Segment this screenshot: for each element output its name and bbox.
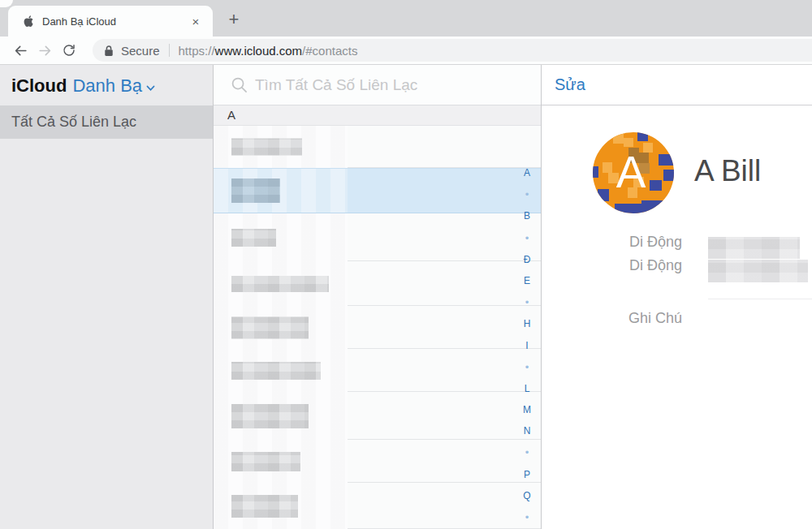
index-letter[interactable]: Q: [523, 491, 530, 501]
index-letter[interactable]: •: [525, 233, 529, 243]
url-host: www.icloud.com: [215, 44, 303, 58]
phone-label-2: Di Động: [593, 257, 682, 274]
contact-list-item[interactable]: [214, 126, 541, 168]
address-bar[interactable]: Secure https://www.icloud.com/#contacts: [93, 39, 812, 62]
detail-header: Sửa: [542, 65, 812, 105]
contact-list-item[interactable]: [214, 440, 541, 483]
phone-label-1: Di Động: [593, 234, 682, 251]
index-letter[interactable]: E: [524, 276, 530, 286]
alphabet-index: A•B•ĐE•HI•LMN•PQ•: [523, 168, 531, 523]
section-header-a: A: [214, 105, 541, 126]
index-letter[interactable]: A: [524, 168, 530, 178]
back-button[interactable]: [8, 38, 32, 62]
sidebar-item-all-contacts[interactable]: Tất Cả Số Liên Lạc: [0, 105, 213, 139]
index-letter[interactable]: •: [525, 447, 529, 458]
new-tab-button[interactable]: +: [222, 8, 245, 31]
index-letter[interactable]: •: [525, 512, 529, 523]
browser-toolbar: Secure https://www.icloud.com/#contacts: [0, 37, 812, 65]
search-input[interactable]: [255, 76, 541, 94]
tab-title: Danh Bạ iCloud: [42, 15, 187, 28]
browser-tab[interactable]: Danh Bạ iCloud ×: [8, 6, 213, 37]
security-label: Secure: [121, 44, 160, 58]
redacted-name-blur: [214, 213, 348, 261]
index-letter[interactable]: M: [523, 405, 531, 415]
index-letter[interactable]: •: [525, 189, 529, 200]
omnibox-divider: [169, 44, 170, 57]
page-content: iCloud Danh Bạ Tất Cả Số Liên Lạc A: [0, 65, 812, 529]
sidebar: iCloud Danh Bạ Tất Cả Số Liên Lạc: [0, 65, 214, 529]
app-switcher-label: Danh Bạ: [72, 75, 142, 97]
redacted-name-blur: [214, 440, 348, 483]
contact-list-item[interactable]: [214, 349, 541, 392]
contact-list-item[interactable]: [214, 483, 541, 529]
index-letter[interactable]: B: [524, 211, 530, 221]
apple-favicon-icon: [23, 15, 34, 28]
close-tab-button[interactable]: ×: [187, 12, 205, 30]
contact-list-item[interactable]: [214, 392, 541, 440]
redacted-phone-value-2: [708, 260, 808, 282]
redacted-name-blur: [214, 392, 348, 440]
index-letter[interactable]: Đ: [524, 255, 531, 264]
contact-detail-panel: Sửa: [542, 65, 812, 529]
field-divider: [708, 299, 812, 299]
notes-label: Ghi Chú: [593, 310, 682, 327]
index-letter[interactable]: •: [525, 297, 529, 308]
icloud-logo: iCloud: [11, 75, 67, 97]
index-letter[interactable]: H: [524, 319, 531, 329]
index-letter[interactable]: I: [525, 341, 528, 351]
contact-list-item[interactable]: [214, 213, 541, 261]
forward-button[interactable]: [32, 38, 57, 62]
lock-icon: [104, 45, 114, 57]
tab-bar: Danh Bạ iCloud × +: [0, 0, 812, 37]
app-switcher-menu[interactable]: Danh Bạ: [72, 75, 155, 97]
redacted-name-blur: [214, 483, 348, 529]
avatar-letter: A: [616, 147, 646, 197]
contact-list-item[interactable]: [214, 261, 541, 306]
redacted-name-blur: [214, 261, 348, 306]
redacted-name-blur: [214, 349, 348, 392]
contact-list-item[interactable]: [214, 306, 541, 349]
reload-button[interactable]: [57, 38, 81, 62]
index-letter[interactable]: •: [525, 362, 529, 372]
index-letter[interactable]: N: [524, 426, 531, 436]
search-icon: [231, 76, 248, 93]
url-scheme: https://: [179, 44, 215, 58]
search-bar: [214, 65, 541, 105]
sidebar-header: iCloud Danh Bạ: [0, 65, 213, 105]
contact-rows: [214, 126, 541, 529]
redacted-name-blur: [214, 306, 348, 349]
contact-name: A Bill: [694, 154, 761, 188]
redacted-name-blur: [214, 169, 348, 213]
forward-arrow-icon: [37, 43, 53, 58]
detail-body: A A Bill Di Động Di Động Ghi Chú: [542, 105, 812, 529]
back-arrow-icon: [13, 43, 28, 58]
redacted-name-blur: [214, 126, 348, 168]
chevron-down-icon: [146, 85, 155, 92]
contact-avatar: A: [593, 132, 674, 213]
index-letter[interactable]: L: [525, 384, 530, 394]
url-path: /#contacts: [302, 44, 357, 58]
contact-list-panel: A A•B•ĐE•HI•LMN•PQ•: [214, 65, 542, 529]
edit-button[interactable]: Sửa: [555, 75, 585, 94]
contact-list-item-selected[interactable]: [214, 168, 541, 213]
redacted-phone-value-1: [708, 237, 800, 259]
browser-window: Danh Bạ iCloud × + Secure https://www.ic…: [0, 0, 812, 529]
index-letter[interactable]: P: [524, 470, 530, 480]
reload-icon: [62, 43, 76, 58]
